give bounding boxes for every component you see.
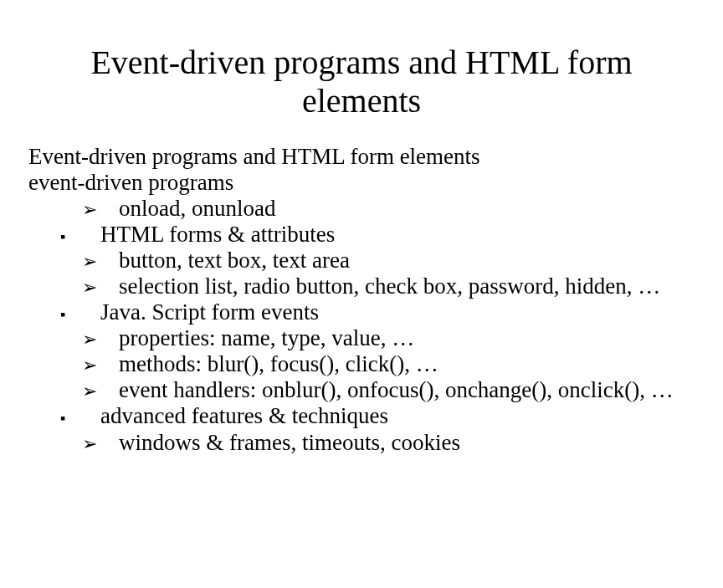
sub-item-onload: onload, onunload: [28, 196, 695, 222]
text: properties: name, type, value, …: [119, 325, 414, 350]
item-advanced: advanced features & techniques: [28, 403, 695, 429]
item-forms: HTML forms & attributes: [28, 222, 695, 248]
sub-item-handlers: event handlers: onblur(), onfocus(), onc…: [28, 377, 695, 403]
text: advanced features & techniques: [100, 403, 388, 428]
text: selection list, radio button, check box,…: [119, 274, 660, 299]
sub-item-selection: selection list, radio button, check box,…: [28, 274, 695, 299]
sub-item-properties: properties: name, type, value, …: [28, 325, 695, 351]
sub-item-button: button, text box, text area: [28, 248, 695, 274]
sub-item-windows: windows & frames, timeouts, cookies: [28, 430, 695, 456]
slide-title: Event-driven programs and HTML form elem…: [28, 43, 695, 120]
text: Java. Script form events: [100, 299, 319, 325]
sub-item-methods: methods: blur(), focus(), click(), …: [28, 351, 695, 377]
text: methods: blur(), focus(), click(), …: [119, 351, 438, 376]
text: onload, onunload: [119, 196, 275, 221]
intro-line-1: Event-driven programs and HTML form elem…: [28, 144, 695, 170]
slide: Event-driven programs and HTML form elem…: [0, 0, 723, 473]
text: windows & frames, timeouts, cookies: [119, 430, 460, 455]
text: event handlers: onblur(), onfocus(), onc…: [119, 377, 674, 402]
slide-body: Event-driven programs and HTML form elem…: [28, 144, 695, 456]
text: button, text box, text area: [119, 248, 350, 273]
text: HTML forms & attributes: [100, 222, 335, 247]
intro-line-2: event-driven programs: [28, 170, 695, 196]
item-js-events: Java. Script form events: [28, 299, 695, 325]
